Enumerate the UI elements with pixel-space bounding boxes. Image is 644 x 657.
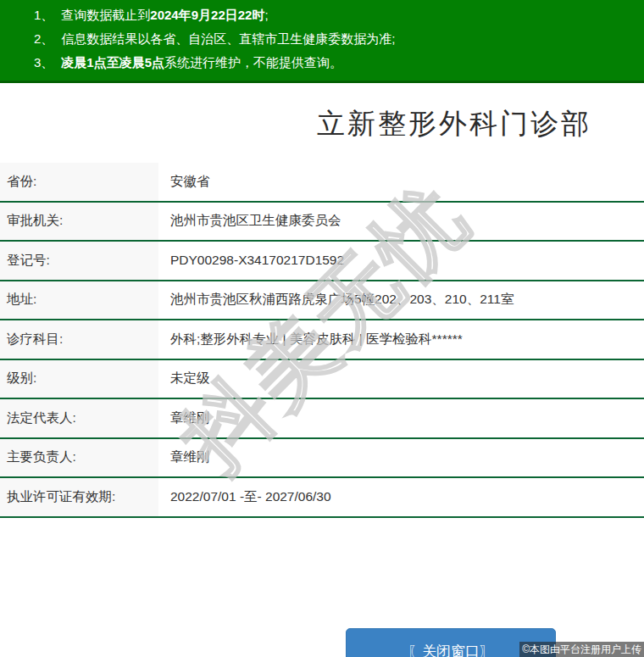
table-row-main-responsible-person: 主要负责人: 章维刚 bbox=[0, 439, 644, 479]
table-row-registration-number: 登记号: PDY00298-X34170217D1592 bbox=[0, 242, 644, 281]
row-value: 未定级 bbox=[158, 360, 644, 398]
row-label: 法定代表人: bbox=[0, 399, 158, 437]
row-label: 地址: bbox=[0, 281, 158, 320]
institution-detail-table: 省份: 安徽省 审批机关: 池州市贵池区卫生健康委员会 登记号: PDY0029… bbox=[0, 163, 644, 518]
table-row-legal-representative: 法定代表人: 章维刚 bbox=[0, 399, 644, 439]
row-label: 级别: bbox=[0, 360, 158, 398]
notice-line-1: 1、查询数据截止到2024年9月22日22时; bbox=[34, 3, 636, 27]
row-label: 执业许可证有效期: bbox=[0, 478, 158, 516]
row-value: 2022/07/01 -至- 2027/06/30 bbox=[158, 478, 644, 516]
notice-bold-text: 2024年9月22日22时 bbox=[150, 8, 264, 22]
row-value: 池州市贵池区卫生健康委员会 bbox=[158, 203, 644, 241]
row-label: 省份: bbox=[0, 163, 158, 201]
row-label: 审批机关: bbox=[0, 203, 158, 241]
row-label: 主要负责人: bbox=[0, 439, 158, 477]
row-label: 诊疗科目: bbox=[0, 320, 158, 359]
notice-header: 1、查询数据截止到2024年9月22日22时; 2、信息数据结果以各省、自治区、… bbox=[0, 0, 644, 83]
table-row-approval-authority: 审批机关: 池州市贵池区卫生健康委员会 bbox=[0, 203, 644, 242]
table-row-address: 地址: 池州市贵池区秋浦西路虎泉广场5幢202、203、210、211室 bbox=[0, 281, 644, 321]
notice-number: 1、 bbox=[34, 8, 53, 22]
table-row-treatment-subjects: 诊疗科目: 外科;整形外科专业 | 美容皮肤科 | 医学检验科****** bbox=[0, 320, 644, 360]
notice-text: ; bbox=[264, 8, 268, 22]
page-title: 立新整形外科门诊部 bbox=[317, 105, 591, 143]
table-row-level: 级别: 未定级 bbox=[0, 360, 644, 400]
row-value: 安徽省 bbox=[158, 163, 644, 201]
notice-text: 信息数据结果以各省、自治区、直辖市卫生健康委数据为准; bbox=[61, 31, 395, 46]
notice-number: 3、 bbox=[34, 55, 53, 70]
notice-line-3: 3、凌晨1点至凌晨5点系统进行维护，不能提供查询。 bbox=[34, 51, 636, 75]
row-value: 章维刚 bbox=[158, 399, 644, 437]
row-value: PDY00298-X34170217D1592 bbox=[158, 242, 644, 280]
table-row-province: 省份: 安徽省 bbox=[0, 163, 644, 203]
title-area: 立新整形外科门诊部 bbox=[0, 83, 644, 163]
row-value: 章维刚 bbox=[158, 439, 644, 477]
table-row-license-validity: 执业许可证有效期: 2022/07/01 -至- 2027/06/30 bbox=[0, 478, 644, 518]
notice-number: 2、 bbox=[34, 31, 53, 46]
notice-bold-text: 凌晨1点至凌晨5点 bbox=[61, 55, 164, 70]
notice-text: 系统进行维护，不能提供查询。 bbox=[164, 55, 342, 70]
row-value: 外科;整形外科专业 | 美容皮肤科 | 医学检验科****** bbox=[158, 320, 644, 359]
notice-text: 查询数据截止到 bbox=[61, 8, 150, 22]
row-label: 登记号: bbox=[0, 242, 158, 280]
copyright-badge: ©本图由平台注册用户上传 bbox=[519, 642, 644, 657]
row-value: 池州市贵池区秋浦西路虎泉广场5幢202、203、210、211室 bbox=[158, 281, 644, 320]
notice-line-2: 2、信息数据结果以各省、自治区、直辖市卫生健康委数据为准; bbox=[34, 27, 636, 51]
